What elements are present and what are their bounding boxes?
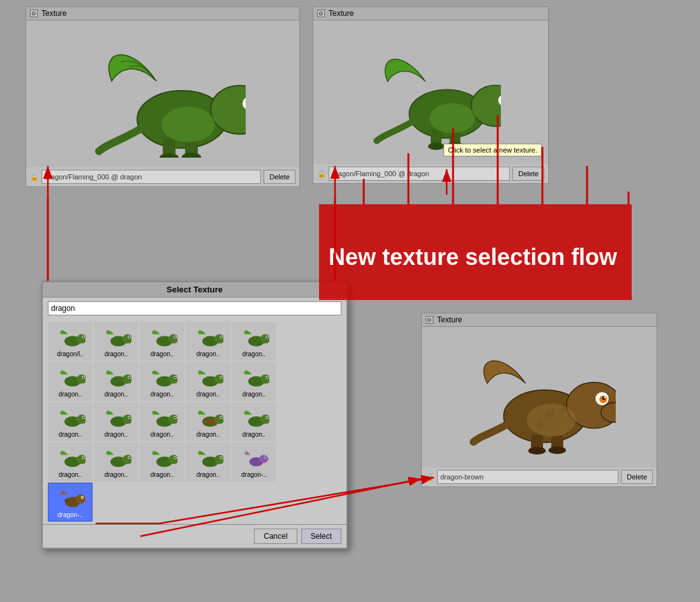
thumb-8 <box>191 365 225 391</box>
cancel-button[interactable]: Cancel <box>254 529 297 544</box>
svg-point-95 <box>220 417 222 419</box>
svg-point-109 <box>128 457 130 459</box>
svg-point-36 <box>528 447 546 455</box>
thumb-16 <box>100 446 133 471</box>
label-13: dragon.. <box>197 431 220 438</box>
svg-point-83 <box>82 417 84 419</box>
texture-item-19[interactable]: dragon-.. <box>232 442 276 481</box>
texture-item-15[interactable]: dragon.. <box>48 442 93 481</box>
svg-point-71 <box>174 377 176 379</box>
svg-point-20 <box>428 142 444 150</box>
svg-point-37 <box>549 446 566 454</box>
svg-point-123 <box>75 495 86 504</box>
texture-panel-2: ⊝ Texture Click to select a new texture.… <box>313 6 549 184</box>
svg-point-10 <box>161 107 215 142</box>
panel1-footer: 🔒 Delete <box>26 167 299 186</box>
texture-item-1[interactable]: dragon.. <box>94 322 138 361</box>
thumb-4 <box>237 325 271 350</box>
texture-item-6[interactable]: dragon.. <box>94 362 138 401</box>
label-15: dragon.. <box>59 471 82 478</box>
texture-item-10[interactable]: dragon.. <box>48 402 93 441</box>
panel2-delete-button[interactable]: Delete <box>512 167 544 181</box>
texture-item-3[interactable]: dragon.. <box>186 322 230 361</box>
label-1: dragon.. <box>105 350 128 357</box>
panel1-collapse-icon[interactable]: ⊝ <box>30 10 38 17</box>
texture-item-9[interactable]: dragon.. <box>232 362 276 401</box>
panel3-delete-button[interactable]: Delete <box>621 470 653 484</box>
search-input[interactable] <box>48 301 341 315</box>
texture-item-11[interactable]: dragon.. <box>94 402 138 441</box>
panel3-collapse-icon[interactable]: ⊝ <box>426 316 433 324</box>
dialog-titlebar: Select Texture <box>43 282 346 297</box>
panel2-collapse-icon[interactable]: ⊝ <box>317 10 325 17</box>
texture-item-17[interactable]: dragon.. <box>140 442 184 481</box>
svg-point-121 <box>265 456 266 458</box>
svg-point-113 <box>174 457 176 459</box>
dialog-footer: Cancel Select <box>43 524 346 548</box>
texture-panel-3: ⊝ Texture <box>421 313 657 487</box>
thumb-17 <box>145 446 179 471</box>
texture-item-13[interactable]: dragon.. <box>186 402 230 441</box>
label-6: dragon.. <box>105 391 128 398</box>
svg-point-59 <box>266 336 268 338</box>
label-17: dragon.. <box>151 471 174 478</box>
panel1-dragon-image <box>80 30 246 158</box>
texture-item-7[interactable]: dragon.. <box>140 362 184 401</box>
label-7: dragon.. <box>151 391 174 398</box>
svg-point-126 <box>82 497 82 497</box>
svg-point-51 <box>174 336 176 338</box>
thumb-7 <box>145 365 179 391</box>
panel2-dragon-image <box>361 33 501 151</box>
texture-item-18[interactable]: dragon.. <box>186 442 230 481</box>
svg-text:New texture selection flow: New texture selection flow <box>329 244 618 270</box>
texture-item-5[interactable]: dragon.. <box>48 362 93 401</box>
svg-point-79 <box>266 377 268 379</box>
thumb-9 <box>237 365 271 391</box>
texture-item-2[interactable]: dragon.. <box>140 322 184 361</box>
label-4: dragon.. <box>242 350 266 357</box>
tooltip-new-texture: Click to select a new texture. <box>443 144 542 156</box>
panel3-lock-icon: 🔒 <box>426 473 435 481</box>
panel1-lock-icon: 🔒 <box>30 173 39 181</box>
svg-point-63 <box>82 377 84 379</box>
svg-point-91 <box>174 417 176 419</box>
label-5: dragon.. <box>59 391 82 398</box>
label-10: dragon.. <box>59 431 82 438</box>
texture-item-12[interactable]: dragon.. <box>140 402 184 441</box>
panel1-texture-input[interactable] <box>41 170 261 184</box>
thumb-5 <box>54 365 87 391</box>
panel1-delete-button[interactable]: Delete <box>264 170 295 184</box>
texture-item-0[interactable]: dragon/l.. <box>48 322 93 361</box>
svg-point-30 <box>604 397 606 399</box>
svg-point-55 <box>220 336 222 338</box>
select-button[interactable]: Select <box>301 529 341 544</box>
texture-item-16[interactable]: dragon.. <box>94 442 138 481</box>
texture-item-4[interactable]: dragon.. <box>232 322 276 361</box>
thumb-0 <box>54 325 87 350</box>
panel3-texture-input[interactable] <box>437 470 618 484</box>
thumb-6 <box>100 365 133 391</box>
label-11: dragon.. <box>105 431 128 438</box>
svg-point-9 <box>182 153 201 158</box>
label-20: dragon-.. <box>57 511 83 518</box>
svg-point-87 <box>128 417 130 419</box>
dialog-search-area <box>43 297 346 319</box>
thumb-19 <box>237 446 271 471</box>
texture-item-14[interactable]: dragon.. <box>232 402 276 441</box>
panel2-texture-input[interactable] <box>329 167 510 181</box>
thumb-1 <box>100 325 133 350</box>
texture-item-8[interactable]: dragon.. <box>186 362 230 401</box>
panel3-footer: 🔒 Delete <box>422 467 657 486</box>
label-12: dragon.. <box>151 431 174 438</box>
panel3-title: Texture <box>437 315 462 324</box>
svg-point-43 <box>82 336 84 338</box>
svg-point-38 <box>526 403 576 436</box>
texture-item-20[interactable]: dragon-.. <box>48 483 93 522</box>
label-16: dragon.. <box>105 471 128 478</box>
svg-point-101 <box>266 417 268 419</box>
label-8: dragon.. <box>197 391 220 398</box>
thumb-3 <box>191 325 225 350</box>
panel2-footer: 🔒 Delete <box>313 164 548 183</box>
label-19: dragon-.. <box>241 471 267 478</box>
svg-point-75 <box>220 377 222 379</box>
